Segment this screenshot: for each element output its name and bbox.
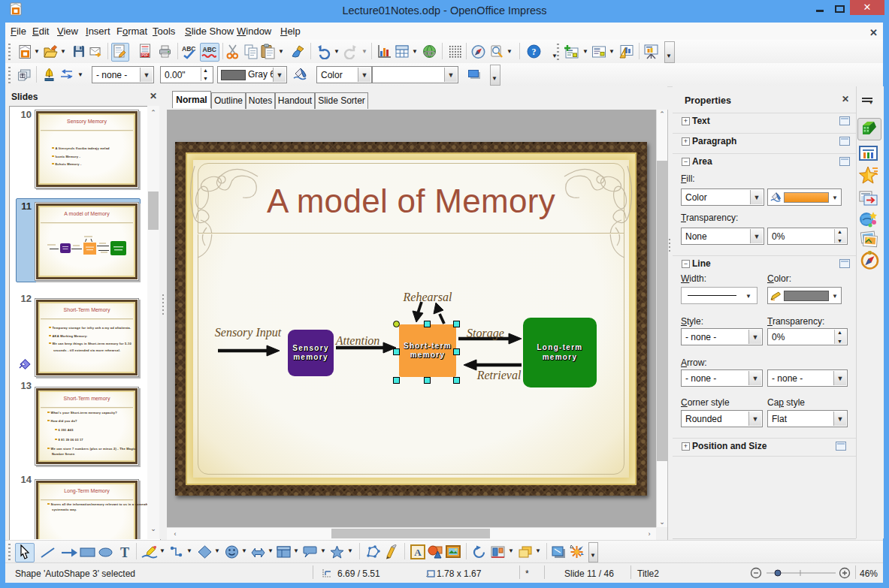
svg-text:ABC: ABC <box>203 46 216 53</box>
svg-text:?: ? <box>532 47 537 57</box>
svg-text:PDF: PDF <box>141 53 148 57</box>
svg-text:A: A <box>414 547 422 558</box>
